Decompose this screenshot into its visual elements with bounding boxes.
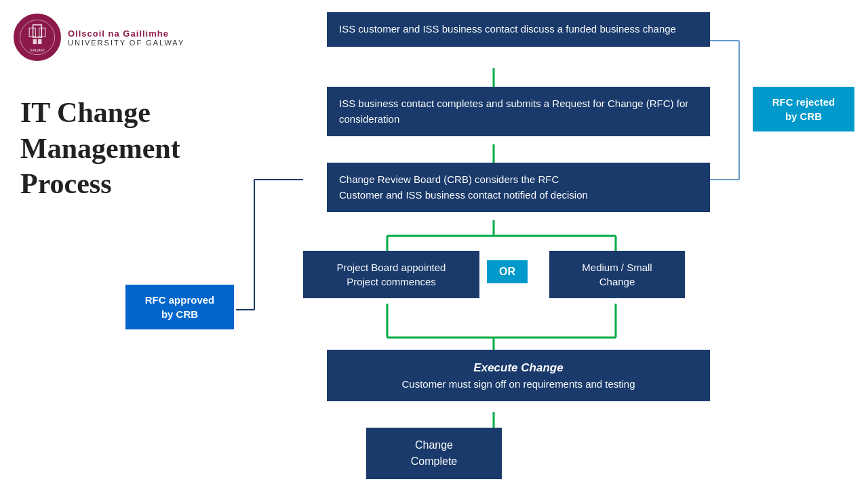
flow-box-1-text: ISS customer and ISS business contact di… <box>339 23 676 35</box>
rfc-rejected-label: RFC rejectedby CRB <box>772 96 835 122</box>
logo-area: GALWAY Ollscoil na Gaillimhe University … <box>14 14 184 61</box>
page: GALWAY Ollscoil na Gaillimhe University … <box>0 0 868 488</box>
svg-rect-25 <box>33 39 37 44</box>
page-title: IT Change Management Process <box>20 95 237 202</box>
change-complete-text: ChangeComplete <box>411 439 457 467</box>
branch-right-box: Medium / SmallChange <box>549 251 685 298</box>
branch-left-box: Project Board appointedProject commences <box>303 251 479 298</box>
flow-box-2: ISS business contact completes and submi… <box>327 87 710 136</box>
execute-box: Execute Change Customer must sign off on… <box>327 350 710 401</box>
or-box: OR <box>487 260 528 283</box>
flow-box-3-text: Change Review Board (CRB) considers the … <box>339 174 588 201</box>
rfc-rejected-box: RFC rejectedby CRB <box>753 87 854 131</box>
rfc-approved-box: RFC approvedby CRB <box>125 285 234 329</box>
rfc-approved-label: RFC approvedby CRB <box>145 294 215 320</box>
change-complete-box: ChangeComplete <box>366 428 502 479</box>
execute-title: Execute Change <box>339 359 698 377</box>
flow-box-2-text: ISS business contact completes and submi… <box>339 98 688 125</box>
branch-left-text: Project Board appointedProject commences <box>337 262 446 287</box>
university-name: Ollscoil na Gaillimhe University of Galw… <box>68 28 184 47</box>
or-label: OR <box>499 266 515 277</box>
execute-subtitle: Customer must sign off on requirements a… <box>339 377 698 392</box>
university-logo: GALWAY <box>14 14 61 61</box>
svg-text:GALWAY: GALWAY <box>30 48 45 52</box>
flow-lines <box>0 0 868 488</box>
svg-rect-26 <box>38 39 41 44</box>
flow-box-3: Change Review Board (CRB) considers the … <box>327 163 710 212</box>
university-name-irish: Ollscoil na Gaillimhe <box>68 28 184 39</box>
flow-box-1: ISS customer and ISS business contact di… <box>327 12 710 47</box>
branch-right-text: Medium / SmallChange <box>582 262 652 287</box>
university-name-english: University of Galway <box>68 39 184 47</box>
